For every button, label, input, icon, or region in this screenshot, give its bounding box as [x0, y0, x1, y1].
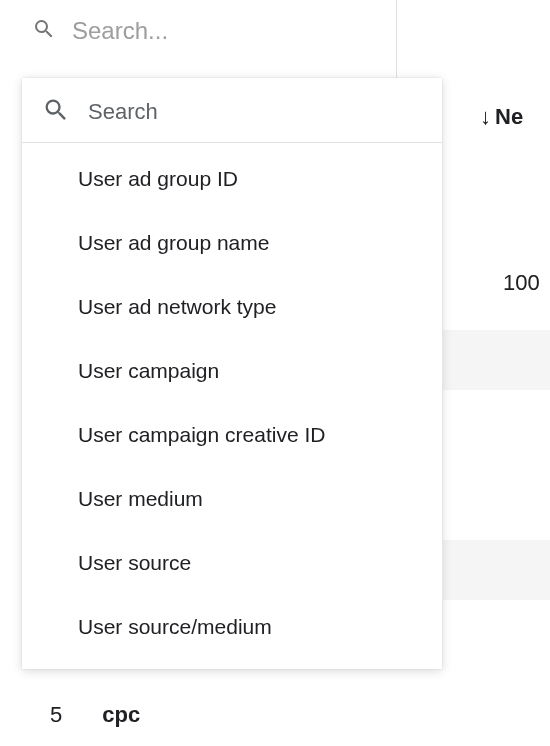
dropdown-item-user-medium[interactable]: User medium: [22, 467, 442, 531]
table-cell: 100: [503, 270, 540, 296]
table-row-bg: [443, 540, 550, 600]
row-value: cpc: [102, 702, 140, 728]
dropdown-item-user-ad-group-name[interactable]: User ad group name: [22, 211, 442, 275]
vertical-divider: [396, 0, 397, 78]
table-row-bg: [443, 330, 550, 390]
search-icon: [42, 96, 70, 128]
dropdown-search-label: Search: [88, 99, 158, 125]
column-header-new-users[interactable]: ↓ Ne: [480, 104, 523, 130]
dropdown-item-user-ad-network-type[interactable]: User ad network type: [22, 275, 442, 339]
row-index: 5: [50, 702, 62, 728]
table-row: 5 cpc: [50, 702, 140, 728]
dropdown-item-user-campaign[interactable]: User campaign: [22, 339, 442, 403]
search-input[interactable]: [72, 17, 530, 45]
dropdown-item-user-ad-group-id[interactable]: User ad group ID: [22, 147, 442, 211]
dimension-dropdown: Search User ad group ID User ad group na…: [22, 78, 442, 669]
dropdown-item-user-campaign-creative-id[interactable]: User campaign creative ID: [22, 403, 442, 467]
sort-descending-icon: ↓: [480, 104, 491, 130]
column-header-label: Ne: [495, 104, 523, 130]
dropdown-item-user-source-medium[interactable]: User source/medium: [22, 595, 442, 659]
dropdown-search[interactable]: Search: [22, 78, 442, 143]
search-icon: [32, 17, 56, 45]
dropdown-list: User ad group ID User ad group name User…: [22, 143, 442, 669]
top-search-bar: [0, 0, 550, 62]
dropdown-item-user-source[interactable]: User source: [22, 531, 442, 595]
